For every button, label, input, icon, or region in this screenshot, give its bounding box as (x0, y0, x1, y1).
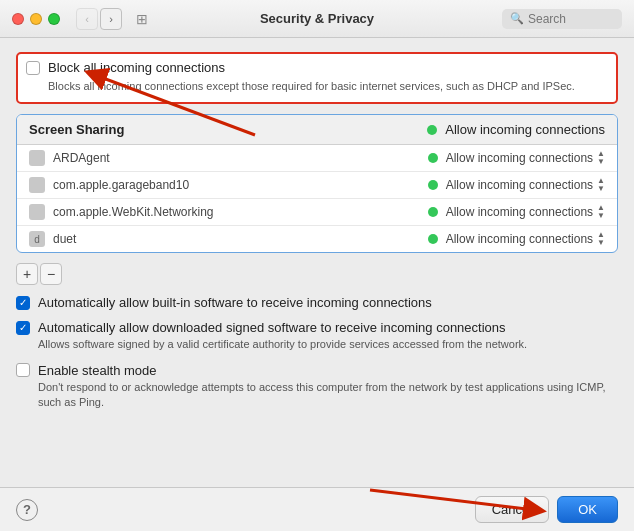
app-icon: d (29, 231, 45, 247)
table-row: ARDAgent Allow incoming connections ▲ ▼ (17, 145, 617, 172)
option-1-checkbox-row: ✓ Automatically allow built-in software … (16, 295, 618, 310)
table-row: com.apple.garageband10 Allow incoming co… (17, 172, 617, 199)
option-3-row: Enable stealth mode Don't respond to or … (16, 363, 618, 411)
connection-stepper[interactable]: ▲ ▼ (597, 150, 605, 166)
auto-signed-label: Automatically allow downloaded signed so… (38, 320, 506, 335)
back-button[interactable]: ‹ (76, 8, 98, 30)
screen-sharing-status-label: Allow incoming connections (445, 122, 605, 137)
firewall-table: Screen Sharing Allow incoming connection… (16, 114, 618, 253)
allow-text: Allow incoming connections (446, 151, 593, 165)
app-icon (29, 150, 45, 166)
allow-text: Allow incoming connections (446, 232, 593, 246)
allow-text: Allow incoming connections (446, 205, 593, 219)
connection-stepper[interactable]: ▲ ▼ (597, 231, 605, 247)
option-1-row: ✓ Automatically allow built-in software … (16, 295, 618, 310)
status-dot (428, 180, 438, 190)
firewall-header: Screen Sharing Allow incoming connection… (17, 115, 617, 145)
minimize-button[interactable] (30, 13, 42, 25)
block-connections-checkbox[interactable] (26, 61, 40, 75)
table-row: d duet Allow incoming connections ▲ ▼ (17, 226, 617, 252)
app-name: ARDAgent (53, 151, 428, 165)
status-dot (428, 153, 438, 163)
titlebar: ‹ › ⊞ Security & Privacy 🔍 (0, 0, 634, 38)
allow-text: Allow incoming connections (446, 178, 593, 192)
auto-signed-checkbox[interactable]: ✓ (16, 321, 30, 335)
traffic-lights (12, 13, 60, 25)
stealth-mode-description: Don't respond to or acknowledge attempts… (38, 380, 618, 411)
connection-stepper[interactable]: ▲ ▼ (597, 177, 605, 193)
close-button[interactable] (12, 13, 24, 25)
app-name: com.apple.garageband10 (53, 178, 428, 192)
grid-icon[interactable]: ⊞ (136, 11, 148, 27)
option-2-row: ✓ Automatically allow downloaded signed … (16, 320, 618, 352)
block-connections-row: Block all incoming connections (26, 60, 608, 75)
option-2-checkbox-row: ✓ Automatically allow downloaded signed … (16, 320, 618, 335)
block-connections-description: Blocks all incoming connections except t… (48, 79, 608, 94)
main-content: Block all incoming connections Blocks al… (0, 38, 634, 487)
ok-button[interactable]: OK (557, 496, 618, 523)
nav-arrows: ‹ › (76, 8, 122, 30)
window-title: Security & Privacy (260, 11, 374, 26)
app-icon (29, 204, 45, 220)
help-button[interactable]: ? (16, 499, 38, 521)
maximize-button[interactable] (48, 13, 60, 25)
block-connections-section: Block all incoming connections Blocks al… (16, 52, 618, 104)
add-app-button[interactable]: + (16, 263, 38, 285)
search-icon: 🔍 (510, 12, 524, 25)
app-name: duet (53, 232, 428, 246)
stealth-mode-label: Enable stealth mode (38, 363, 157, 378)
auto-builtin-checkbox[interactable]: ✓ (16, 296, 30, 310)
app-name: com.apple.WebKit.Networking (53, 205, 428, 219)
screen-sharing-status-dot (427, 125, 437, 135)
screen-sharing-label: Screen Sharing (29, 122, 124, 137)
connection-stepper[interactable]: ▲ ▼ (597, 204, 605, 220)
table-row: com.apple.WebKit.Networking Allow incomi… (17, 199, 617, 226)
app-icon (29, 177, 45, 193)
stealth-mode-checkbox[interactable] (16, 363, 30, 377)
search-box[interactable]: 🔍 (502, 9, 622, 29)
auto-signed-description: Allows software signed by a valid certif… (38, 337, 618, 352)
status-dot (428, 207, 438, 217)
search-input[interactable] (528, 12, 614, 26)
forward-button[interactable]: › (100, 8, 122, 30)
auto-builtin-label: Automatically allow built-in software to… (38, 295, 432, 310)
cancel-button[interactable]: Cancel (475, 496, 549, 523)
bottom-bar: ? Cancel OK (0, 487, 634, 531)
block-connections-label: Block all incoming connections (48, 60, 225, 75)
bottom-actions: Cancel OK (475, 496, 618, 523)
option-3-checkbox-row: Enable stealth mode (16, 363, 618, 378)
add-remove-row: + − (16, 263, 618, 285)
remove-app-button[interactable]: − (40, 263, 62, 285)
status-dot (428, 234, 438, 244)
